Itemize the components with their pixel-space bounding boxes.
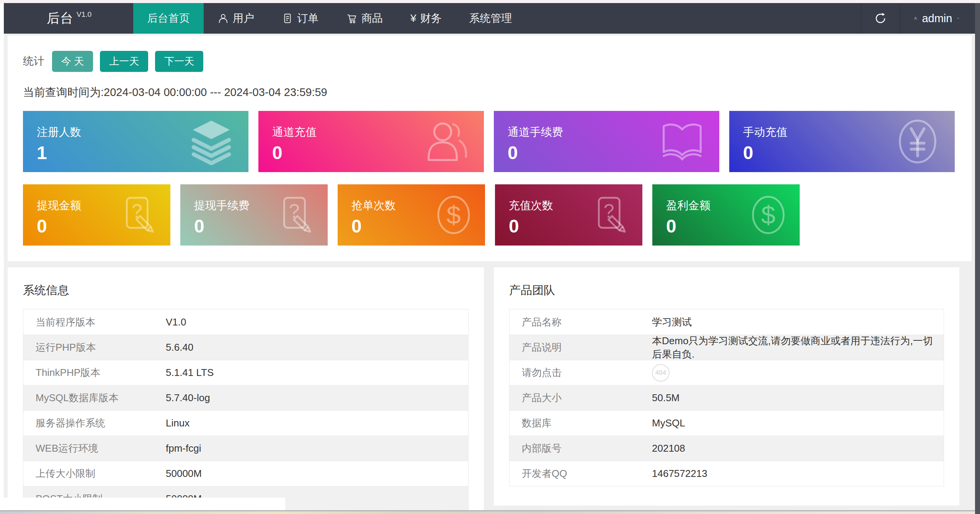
row-label: MySQL数据库版本 xyxy=(23,391,166,405)
table-row: 产品名称 学习测试 xyxy=(510,309,944,335)
table-row: 当前程序版本 V1.0 xyxy=(23,309,468,335)
app-logo: 后台 V1.0 xyxy=(4,3,133,34)
query-time-text: 当前查询时间为:2024-03-04 00:00:00 --- 2024-03-… xyxy=(23,85,955,100)
product-team-table: 产品名称 学习测试 产品说明 本Demo只为学习测试交流,请勿要做商业或者用于违… xyxy=(509,309,944,486)
doc-question-icon xyxy=(118,194,160,236)
yen-circle-icon xyxy=(893,117,942,166)
nav-item-system-label: 系统管理 xyxy=(469,11,512,26)
row-label: ThinkPHP版本 xyxy=(23,366,166,379)
admin-dropdown[interactable]: admin xyxy=(900,3,975,34)
book-icon xyxy=(658,117,706,166)
admin-dashboard-screen: 后台 V1.0 后台首页 用户 订单 商品 ¥ 财务 xyxy=(0,0,980,514)
table-row: 数据库 MySQL xyxy=(510,410,944,436)
doc-question-icon xyxy=(590,194,632,236)
row-value: fpm-fcgi xyxy=(166,442,209,454)
broken-image-404-badge[interactable]: 404 xyxy=(652,364,670,382)
nav-item-finance-label: 财务 xyxy=(420,11,442,26)
row-label: 内部版号 xyxy=(510,442,652,455)
nav-item-orders[interactable]: 订单 xyxy=(268,3,332,34)
row-value: 1467572213 xyxy=(652,468,715,480)
row-value: 50000M xyxy=(166,468,209,480)
stat-card-channel-recharge: 通道充值 0 xyxy=(258,111,484,172)
nav-item-users[interactable]: 用户 xyxy=(204,3,268,34)
navbar-right: admin xyxy=(861,3,975,34)
row-value: 本Demo只为学习测试交流,请勿要做商业或者用于违法行为,一切后果自负. xyxy=(652,334,944,361)
table-row: 产品大小 50.5M xyxy=(510,385,944,410)
nav-menu: 后台首页 用户 订单 商品 ¥ 财务 系统管理 xyxy=(133,3,526,34)
app-version: V1.0 xyxy=(77,10,91,19)
row-label: WEB运行环境 xyxy=(23,442,166,455)
row-value: 5.7.40-log xyxy=(166,392,218,404)
system-info-table: 当前程序版本 V1.0 运行PHP版本 5.6.40 ThinkPHP版本 5.… xyxy=(23,309,469,512)
stat-card-manual-recharge: 手动充值 0 xyxy=(729,111,955,172)
stat-card-withdraw-amount: 提现金额 0 xyxy=(23,184,170,246)
next-day-button[interactable]: 下一天 xyxy=(155,51,203,72)
table-row: WEB运行环境 fpm-fcgi xyxy=(23,436,468,461)
table-row: 产品说明 本Demo只为学习测试交流,请勿要做商业或者用于违法行为,一切后果自负… xyxy=(510,335,944,360)
stat-card-channel-fee: 通道手续费 0 xyxy=(494,111,719,172)
vertical-scrollbar[interactable] xyxy=(975,3,980,514)
statistics-panel: 统计 今 天 上一天 下一天 当前查询时间为:2024-03-04 00:00:… xyxy=(8,36,972,261)
nav-item-home-label: 后台首页 xyxy=(147,11,190,26)
row-label: 服务器操作系统 xyxy=(23,416,166,430)
row-label: 当前程序版本 xyxy=(23,316,166,329)
stat-cards-row-2: 提现金额 0 提现手续费 0 抢单次数 0 充值次数 0 盈利金额 0 xyxy=(23,184,955,246)
table-row: 上传大小限制 50000M xyxy=(23,461,468,486)
nav-item-finance[interactable]: ¥ 财务 xyxy=(397,3,456,34)
row-value: 学习测试 xyxy=(652,316,699,329)
table-row: 开发者QQ 1467572213 xyxy=(510,461,944,486)
row-value: 5.6.40 xyxy=(166,342,201,353)
table-row: 请勿点击 404 xyxy=(510,360,944,385)
chevron-up-icon xyxy=(957,13,960,23)
bottom-wallpaper-strip xyxy=(0,511,980,514)
person-icon xyxy=(914,12,917,24)
row-value: V1.0 xyxy=(166,316,194,328)
refresh-button[interactable] xyxy=(861,3,900,34)
row-value: 5.1.41 LTS xyxy=(166,367,221,379)
refresh-icon xyxy=(874,11,887,25)
nav-item-orders-label: 订单 xyxy=(297,11,318,26)
users-icon xyxy=(423,117,471,166)
stat-card-profit-amount: 盈利金额 0 xyxy=(652,184,800,246)
stat-card-recharge-count: 充值次数 0 xyxy=(495,184,642,246)
row-value: 50.5M xyxy=(652,392,687,404)
window-top-edge xyxy=(0,0,980,3)
statistics-header: 统计 今 天 上一天 下一天 xyxy=(23,51,955,72)
row-label: 请勿点击 xyxy=(510,366,652,379)
stat-card-registered-users: 注册人数 1 xyxy=(23,111,248,172)
window-left-edge xyxy=(0,3,4,514)
admin-username: admin xyxy=(922,12,952,25)
product-team-panel: 产品团队 产品名称 学习测试 产品说明 本Demo只为学习测试交流,请勿要做商业… xyxy=(494,267,959,506)
row-value: 404 xyxy=(652,364,677,382)
nav-item-system[interactable]: 系统管理 xyxy=(456,3,526,34)
row-label: 数据库 xyxy=(510,416,652,430)
row-value: Linux xyxy=(166,417,197,429)
product-team-title: 产品团队 xyxy=(509,283,944,298)
doc-question-icon xyxy=(275,194,318,236)
table-row: ThinkPHP版本 5.1.41 LTS xyxy=(23,360,468,385)
user-icon xyxy=(217,13,229,24)
table-row: 内部版号 202108 xyxy=(510,436,944,461)
row-label: 产品大小 xyxy=(510,391,652,405)
system-info-title: 系统信息 xyxy=(23,283,469,298)
stat-cards-row-1: 注册人数 1 通道充值 0 通道手续费 0 手动充值 0 xyxy=(23,111,955,172)
today-button[interactable]: 今 天 xyxy=(52,51,93,72)
row-value: 202108 xyxy=(652,442,693,454)
table-row: MySQL数据库版本 5.7.40-log xyxy=(23,385,468,410)
row-label: 上传大小限制 xyxy=(23,467,166,480)
app-logo-text: 后台 xyxy=(47,10,74,27)
table-row: 服务器操作系统 Linux xyxy=(23,410,468,436)
previous-day-button[interactable]: 上一天 xyxy=(100,51,148,72)
row-value: MySQL xyxy=(652,417,693,429)
yen-icon: ¥ xyxy=(410,12,416,24)
stat-card-grab-order-count: 抢单次数 0 xyxy=(338,184,485,246)
layers-icon xyxy=(187,117,235,166)
table-row: 运行PHP版本 5.6.40 xyxy=(23,335,468,360)
nav-item-users-label: 用户 xyxy=(233,11,254,26)
row-label: 产品说明 xyxy=(510,341,652,354)
stat-card-withdraw-fee: 提现手续费 0 xyxy=(180,184,328,246)
row-label: 开发者QQ xyxy=(510,467,652,480)
nav-item-products[interactable]: 商品 xyxy=(332,3,397,34)
nav-item-home[interactable]: 后台首页 xyxy=(133,3,204,34)
cart-icon xyxy=(346,13,358,24)
